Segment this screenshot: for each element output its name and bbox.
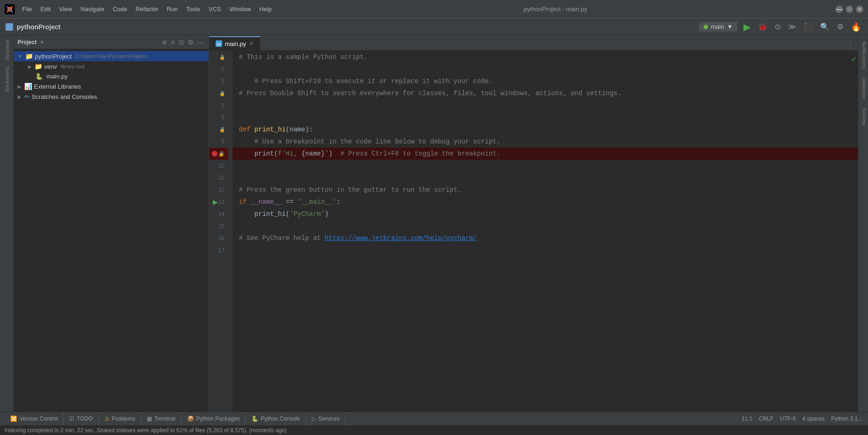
structure-panel-button[interactable]: Structure bbox=[3, 38, 11, 62]
code-lines[interactable]: # This is a sample Python script. # Pres… bbox=[232, 51, 858, 412]
code-fn-name: print_hi bbox=[255, 126, 286, 133]
expand-all-button[interactable]: ≡ bbox=[170, 38, 176, 47]
tree-item-project[interactable]: ▼ 📁 pythonProject C:\Users\Tree\PycharmP… bbox=[14, 51, 209, 61]
menu-refactor[interactable]: Refactor bbox=[132, 4, 162, 14]
tree-item-venv[interactable]: ▶ 📁 venv library root bbox=[14, 61, 209, 71]
code-text-3: # Press Shift+F10 to execute it or repla… bbox=[239, 78, 493, 85]
tree-item-mainpy[interactable]: 🐍 main.py bbox=[14, 71, 209, 81]
python-packages-tab[interactable]: 📦 Python Packages bbox=[182, 412, 246, 425]
code-dunder: __name__ bbox=[250, 198, 282, 206]
todo-icon: ☑ bbox=[69, 416, 74, 422]
code-url[interactable]: https://www.jetbrains.com/help/pycharm/ bbox=[325, 234, 477, 242]
scratches-icon: ✏ bbox=[24, 93, 30, 100]
packages-label: Python Packages bbox=[197, 416, 240, 422]
editor-options-button[interactable]: ⋮ bbox=[843, 41, 858, 50]
vc-icon: 🔀 bbox=[10, 416, 17, 422]
run-with-coverage-button[interactable]: ⊙ bbox=[773, 21, 782, 32]
code-brace: { bbox=[301, 150, 305, 157]
tab-python-icon: py bbox=[216, 40, 222, 47]
database-panel-button[interactable]: Database bbox=[859, 74, 868, 103]
python-version[interactable]: Python 3.1… bbox=[831, 416, 863, 422]
bookmarks-panel-button[interactable]: Bookmarks bbox=[3, 65, 11, 94]
menu-run[interactable]: Run bbox=[163, 4, 182, 14]
code-line-9: print(f'Hi, {name}') # Press Ctrl+F8 to … bbox=[232, 148, 858, 160]
code-kw-def: def bbox=[239, 126, 255, 133]
menu-view[interactable]: View bbox=[55, 4, 76, 14]
code-param: name bbox=[289, 126, 305, 133]
gutter-line-4: 🔒 4 bbox=[209, 87, 228, 99]
panel-settings-button[interactable]: ⚙ bbox=[187, 38, 195, 47]
svg-rect-3 bbox=[7, 25, 9, 26]
gutter-line-6: 6 bbox=[209, 111, 228, 123]
encoding[interactable]: UTF-8 bbox=[780, 416, 796, 422]
run-config-label: main bbox=[711, 23, 724, 30]
tree-item-external-libs[interactable]: ▶ 📊 External Libraries bbox=[14, 81, 209, 91]
left-strip: Structure Bookmarks bbox=[0, 35, 14, 412]
run-config-selector[interactable]: main ▼ bbox=[699, 22, 737, 32]
python-console-tab[interactable]: 🐍 Python Console bbox=[246, 412, 306, 425]
menu-edit[interactable]: Edit bbox=[37, 4, 54, 14]
status-tab-bar: 🔀 Version Control ☑ TODO ⚠ Problems ▦ Te… bbox=[0, 412, 868, 425]
sciview-panel-button[interactable]: SciView bbox=[859, 104, 868, 130]
menu-tools[interactable]: Tools bbox=[183, 4, 204, 14]
expand-arrow-venv: ▶ bbox=[28, 64, 32, 69]
todo-label: TODO bbox=[77, 416, 92, 422]
services-icon: ▷ bbox=[312, 416, 316, 422]
stop-button[interactable]: ⬛ bbox=[802, 21, 814, 32]
menu-help[interactable]: Help bbox=[256, 4, 276, 14]
code-line-12: # Press the green button in the gutter t… bbox=[232, 184, 858, 196]
updates-button[interactable]: 🔥 bbox=[849, 20, 862, 33]
debug-button[interactable]: 🐞 bbox=[756, 21, 769, 32]
cursor-position[interactable]: 11:1 bbox=[742, 416, 752, 422]
maximize-button[interactable]: □ bbox=[846, 6, 853, 13]
settings-button[interactable]: ⚙ bbox=[835, 21, 845, 32]
gutter-line-5: 5 bbox=[209, 99, 228, 111]
console-icon: 🐍 bbox=[251, 416, 258, 422]
menu-file[interactable]: File bbox=[19, 4, 36, 14]
folder-icon-project: 📁 bbox=[25, 52, 33, 60]
file-tree: ▼ 📁 pythonProject C:\Users\Tree\PycharmP… bbox=[14, 49, 209, 412]
indent-info[interactable]: 4 spaces bbox=[802, 416, 825, 422]
code-line-13: if __name__ == '__main__': bbox=[232, 196, 858, 208]
run-button[interactable]: ▶ bbox=[742, 20, 752, 34]
terminal-tab[interactable]: ▦ Terminal bbox=[141, 412, 181, 425]
todo-tab[interactable]: ☑ TODO bbox=[64, 412, 99, 425]
expand-arrow-ext: ▶ bbox=[18, 84, 21, 89]
tab-close-button[interactable]: ✕ bbox=[249, 40, 254, 47]
code-print bbox=[239, 150, 255, 157]
panel-dropdown-arrow[interactable]: ▼ bbox=[39, 39, 45, 45]
gutter-line-9[interactable]: 🔒 9 bbox=[209, 148, 228, 160]
code-text-1: # This is a sample Python script. bbox=[239, 53, 368, 61]
code-comment-16a: # See PyCharm help at bbox=[239, 234, 325, 242]
status-tabs: 🔀 Version Control ☑ TODO ⚠ Problems ▦ Te… bbox=[5, 412, 346, 425]
code-call-rparen: ) bbox=[325, 210, 329, 218]
panel-toolbar-actions: ⊕ ≡ ⊟ ⚙ — bbox=[161, 38, 205, 47]
run-config-button[interactable]: ≫ bbox=[787, 21, 797, 32]
close-button[interactable]: ✕ bbox=[856, 6, 863, 13]
panel-hide-button[interactable]: — bbox=[197, 38, 205, 47]
expand-arrow-scratches: ▶ bbox=[18, 94, 21, 99]
version-control-tab[interactable]: 🔀 Version Control bbox=[5, 412, 64, 425]
problems-tab[interactable]: ⚠ Problems bbox=[99, 412, 142, 425]
locate-file-button[interactable]: ⊕ bbox=[161, 38, 168, 47]
collapse-all-button[interactable]: ⊟ bbox=[178, 38, 185, 47]
code-line-1: # This is a sample Python script. bbox=[232, 51, 858, 63]
panel-label: Project bbox=[18, 39, 37, 45]
minimize-button[interactable]: — bbox=[835, 6, 843, 13]
menu-navigate[interactable]: Navigate bbox=[77, 4, 108, 14]
menu-vcs[interactable]: VCS bbox=[205, 4, 225, 14]
tree-item-scratches[interactable]: ▶ ✏ Scratches and Consoles bbox=[14, 91, 209, 102]
menu-code[interactable]: Code bbox=[109, 4, 131, 14]
services-tab[interactable]: ▷ Services bbox=[306, 412, 346, 425]
search-everywhere-button[interactable]: 🔍 bbox=[819, 21, 831, 32]
code-builtin: print bbox=[255, 150, 274, 157]
mainpy-name: main.py bbox=[46, 73, 68, 80]
code-line-7: def print_hi(name): bbox=[232, 123, 858, 136]
menu-window[interactable]: Window bbox=[226, 4, 255, 14]
notifications-panel-button[interactable]: Notifications bbox=[859, 38, 868, 73]
gutter: 🔒 1 2 3 🔒 4 5 6 🔒 7 8 🔒 bbox=[209, 51, 232, 412]
code-line-6 bbox=[232, 111, 858, 123]
line-ending[interactable]: CRLF bbox=[759, 416, 773, 422]
tab-mainpy[interactable]: py main.py ✕ bbox=[209, 36, 261, 50]
window-title: pythonProject - main.py bbox=[276, 6, 835, 13]
